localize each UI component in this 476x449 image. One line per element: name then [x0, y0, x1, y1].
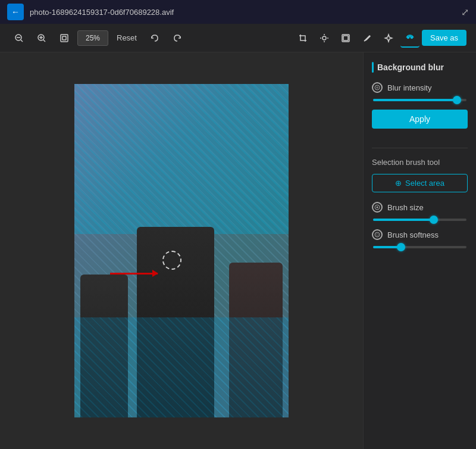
- brush-size-thumb[interactable]: [430, 216, 438, 224]
- select-area-icon: ⊕: [395, 179, 402, 188]
- blur-intensity-track: [373, 99, 466, 101]
- select-area-label: Select area: [405, 179, 444, 188]
- expand-button[interactable]: ⤢: [461, 7, 469, 18]
- brush-softness-thumb[interactable]: [397, 243, 405, 251]
- brush-size-row: Brush size: [372, 202, 468, 213]
- arrow-indicator: [110, 273, 158, 275]
- toolbar-right-icons: Save as: [293, 29, 466, 48]
- save-button[interactable]: Save as: [422, 30, 466, 46]
- blur-intensity-fill: [373, 99, 457, 101]
- blur-overlay-bottom: [74, 317, 289, 417]
- section-bar: [372, 62, 374, 73]
- svg-rect-15: [343, 36, 348, 40]
- blur-intensity-thumb[interactable]: [453, 96, 461, 104]
- reset-button[interactable]: Reset: [112, 31, 142, 45]
- image-container: [74, 84, 289, 417]
- background-blur-title: Background blur: [372, 62, 468, 73]
- red-arrow: [110, 273, 158, 275]
- svg-point-22: [377, 207, 378, 208]
- svg-point-20: [376, 86, 378, 89]
- selection-brush-section: Selection brush tool ⊕ Select area Brush…: [372, 158, 468, 257]
- brush-size-fill: [373, 219, 434, 221]
- brush-size-icon: [372, 202, 383, 213]
- apply-button[interactable]: Apply: [372, 110, 468, 129]
- background-blur-section: Background blur Blur intensity Apply: [372, 62, 468, 138]
- svg-point-24: [376, 233, 378, 236]
- redo-button[interactable]: [168, 29, 187, 48]
- svg-line-2: [21, 40, 23, 42]
- fit-button[interactable]: [55, 29, 74, 48]
- zoom-input[interactable]: 25%: [77, 30, 108, 46]
- blur-intensity-icon: [372, 82, 383, 93]
- selection-brush-title: Selection brush tool: [372, 158, 468, 167]
- brush-softness-icon: [372, 229, 383, 240]
- zoom-in-button[interactable]: [32, 29, 51, 48]
- svg-rect-7: [61, 35, 68, 42]
- draw-button[interactable]: [358, 29, 377, 48]
- svg-point-9: [322, 36, 326, 40]
- svg-point-23: [375, 232, 380, 237]
- brush-softness-row: Brush softness: [372, 229, 468, 240]
- blur-intensity-slider[interactable]: [372, 99, 468, 101]
- zoom-out-button[interactable]: [10, 29, 29, 48]
- back-icon: ←: [11, 7, 20, 17]
- brush-softness-slider[interactable]: [372, 246, 468, 248]
- file-title: photo-1689624159317-0d6f70689228.avif: [30, 8, 455, 17]
- svg-rect-8: [62, 36, 66, 40]
- canvas-area[interactable]: [0, 52, 363, 449]
- brush-cursor: [162, 251, 181, 270]
- svg-point-17: [409, 36, 411, 37]
- back-button[interactable]: ←: [7, 4, 24, 20]
- title-bar: ← photo-1689624159317-0d6f70689228.avif …: [0, 0, 476, 24]
- crop-button[interactable]: [293, 29, 312, 48]
- brightness-button[interactable]: [315, 29, 334, 48]
- effects-button[interactable]: [400, 29, 419, 48]
- brush-size-slider[interactable]: [372, 219, 468, 221]
- blur-overlay-top: [74, 84, 289, 234]
- brush-size-track: [373, 219, 466, 221]
- brush-softness-track: [373, 246, 466, 248]
- blur-intensity-row: Blur intensity: [372, 82, 468, 93]
- svg-line-6: [43, 40, 45, 42]
- undo-button[interactable]: [145, 29, 164, 48]
- frame-button[interactable]: [336, 29, 355, 48]
- svg-point-16: [408, 36, 409, 38]
- select-area-button[interactable]: ⊕ Select area: [372, 174, 468, 192]
- svg-point-18: [411, 36, 413, 38]
- panel-divider: [372, 148, 468, 148]
- main-area: Background blur Blur intensity Apply Sel…: [0, 52, 476, 449]
- brush-softness-label: Brush softness: [387, 230, 439, 239]
- retouch-button[interactable]: [379, 29, 398, 48]
- right-panel: Background blur Blur intensity Apply Sel…: [363, 52, 476, 449]
- blur-intensity-label: Blur intensity: [387, 83, 431, 92]
- toolbar: 25% Reset Save as: [0, 24, 476, 52]
- brush-size-label: Brush size: [387, 203, 424, 212]
